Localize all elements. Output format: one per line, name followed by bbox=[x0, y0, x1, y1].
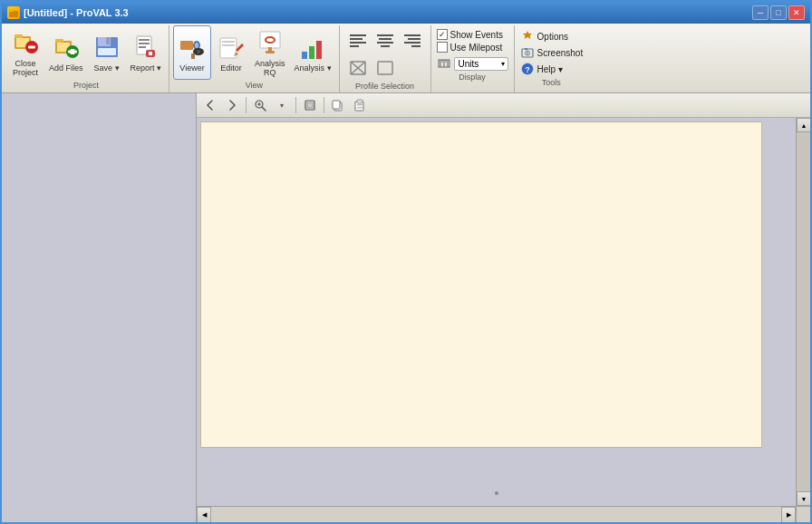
svg-point-25 bbox=[195, 43, 198, 48]
project-group: CloseProject Add Files bbox=[4, 25, 169, 92]
align-center-button[interactable] bbox=[372, 29, 398, 53]
paste-button[interactable] bbox=[350, 96, 370, 114]
copy-button[interactable] bbox=[328, 96, 348, 114]
scroll-left-button[interactable]: ◀ bbox=[197, 507, 211, 523]
scroll-right-button[interactable]: ▶ bbox=[781, 507, 796, 523]
use-milepost-row[interactable]: Use Milepost bbox=[437, 42, 508, 53]
units-dropdown[interactable]: Units ▾ bbox=[454, 57, 508, 71]
maximize-button[interactable]: □ bbox=[770, 5, 787, 20]
vertical-scrollbar[interactable]: ▲ ▼ bbox=[796, 118, 810, 506]
window-title: [Untitled] - ProVAL 3.3 bbox=[24, 7, 129, 18]
back-button[interactable] bbox=[200, 96, 220, 114]
editor-button[interactable]: Editor bbox=[213, 25, 249, 80]
display-options: Show Events Use Milepost bbox=[437, 29, 508, 71]
help-row[interactable]: ? Help ▾ bbox=[520, 62, 584, 76]
svg-rect-30 bbox=[222, 41, 235, 43]
analysis-rq-label: AnalysisRQ bbox=[255, 59, 285, 77]
profile-select-button[interactable] bbox=[345, 56, 371, 80]
title-bar: [Untitled] - ProVAL 3.3 ─ □ ✕ bbox=[2, 2, 810, 24]
close-project-label: CloseProject bbox=[13, 59, 38, 77]
show-events-row[interactable]: Show Events bbox=[437, 29, 508, 40]
add-files-label: Add Files bbox=[49, 63, 83, 73]
svg-rect-42 bbox=[350, 45, 359, 47]
viewer-label: Viewer bbox=[179, 63, 204, 73]
profile-edit-button[interactable] bbox=[372, 56, 398, 80]
close-button[interactable]: ✕ bbox=[788, 5, 805, 20]
profile-buttons bbox=[345, 29, 425, 80]
svg-point-56 bbox=[527, 53, 528, 54]
units-dropdown-container: Units ▾ bbox=[454, 57, 508, 71]
add-files-button[interactable]: Add Files bbox=[45, 25, 87, 80]
scroll-up-button[interactable]: ▲ bbox=[797, 118, 810, 132]
help-label: Help ▾ bbox=[537, 64, 563, 74]
zoom-in-button[interactable] bbox=[250, 96, 270, 114]
svg-rect-47 bbox=[404, 34, 420, 36]
svg-rect-1 bbox=[9, 9, 14, 12]
display-group-label: Display bbox=[437, 73, 508, 82]
align-right-button[interactable] bbox=[400, 29, 425, 53]
svg-rect-43 bbox=[377, 34, 393, 36]
svg-rect-6 bbox=[28, 46, 35, 49]
svg-rect-41 bbox=[350, 42, 366, 44]
tools-group: Options Screenshot bbox=[515, 25, 589, 92]
horizontal-scrollbar[interactable]: ◀ ▶ bbox=[197, 506, 796, 522]
forward-button[interactable] bbox=[222, 96, 242, 114]
units-icon bbox=[437, 56, 451, 71]
close-project-icon bbox=[11, 28, 40, 57]
viewer-icon bbox=[178, 33, 207, 62]
right-panel: ▾ bbox=[197, 93, 810, 522]
tools-options: Options Screenshot bbox=[520, 29, 584, 76]
svg-rect-40 bbox=[350, 38, 362, 40]
canvas-container: ▲ ▼ ◀ ▶ bbox=[197, 118, 810, 522]
screenshot-label: Screenshot bbox=[537, 48, 584, 58]
svg-rect-45 bbox=[377, 42, 393, 44]
screenshot-row[interactable]: Screenshot bbox=[520, 45, 584, 60]
drawing-area bbox=[197, 118, 796, 506]
zoom-dropdown-button[interactable]: ▾ bbox=[272, 96, 292, 114]
align-left-button[interactable] bbox=[345, 29, 371, 53]
window-controls: ─ □ ✕ bbox=[752, 5, 805, 20]
svg-point-27 bbox=[197, 50, 200, 53]
sub-separator-1 bbox=[246, 97, 246, 113]
svg-rect-15 bbox=[106, 37, 110, 44]
svg-rect-39 bbox=[350, 34, 366, 36]
help-icon: ? bbox=[520, 62, 535, 76]
svg-rect-28 bbox=[191, 53, 195, 59]
center-dot bbox=[495, 491, 498, 495]
project-buttons: CloseProject Add Files bbox=[7, 25, 165, 80]
scroll-v-track[interactable] bbox=[797, 132, 810, 491]
svg-rect-22 bbox=[149, 52, 152, 55]
show-events-checkbox[interactable] bbox=[437, 29, 448, 40]
svg-rect-50 bbox=[411, 45, 420, 47]
svg-rect-31 bbox=[222, 44, 235, 46]
report-button[interactable]: Report ▾ bbox=[127, 25, 166, 80]
use-milepost-checkbox[interactable] bbox=[437, 42, 448, 53]
analysis-button[interactable]: Analysis ▾ bbox=[291, 25, 335, 80]
svg-rect-52 bbox=[378, 62, 392, 74]
scroll-down-button[interactable]: ▼ bbox=[797, 491, 810, 506]
svg-rect-46 bbox=[381, 45, 390, 47]
profile-group-label: Profile Selection bbox=[355, 82, 414, 91]
svg-rect-35 bbox=[266, 51, 275, 53]
profile-row-2 bbox=[345, 56, 398, 80]
viewer-button[interactable]: Viewer bbox=[173, 25, 211, 80]
save-button[interactable]: Save ▾ bbox=[89, 25, 125, 80]
main-window: [Untitled] - ProVAL 3.3 ─ □ ✕ bbox=[0, 0, 812, 524]
svg-rect-20 bbox=[139, 46, 146, 48]
use-milepost-label: Use Milepost bbox=[450, 43, 503, 53]
analysis-rq-button[interactable]: AnalysisRQ bbox=[251, 25, 289, 80]
report-icon bbox=[131, 33, 160, 62]
svg-rect-36 bbox=[302, 52, 307, 59]
fit-button[interactable] bbox=[300, 96, 320, 114]
close-project-button[interactable]: CloseProject bbox=[7, 25, 44, 80]
svg-text:?: ? bbox=[525, 65, 530, 74]
svg-rect-67 bbox=[357, 104, 362, 106]
minimize-button[interactable]: ─ bbox=[752, 5, 768, 20]
title-bar-left: [Untitled] - ProVAL 3.3 bbox=[7, 6, 129, 19]
svg-rect-66 bbox=[357, 100, 362, 103]
units-row: Units ▾ bbox=[437, 56, 508, 71]
svg-rect-49 bbox=[404, 42, 420, 44]
options-row[interactable]: Options bbox=[520, 29, 584, 44]
options-icon bbox=[520, 29, 535, 44]
project-group-label: Project bbox=[73, 81, 99, 90]
